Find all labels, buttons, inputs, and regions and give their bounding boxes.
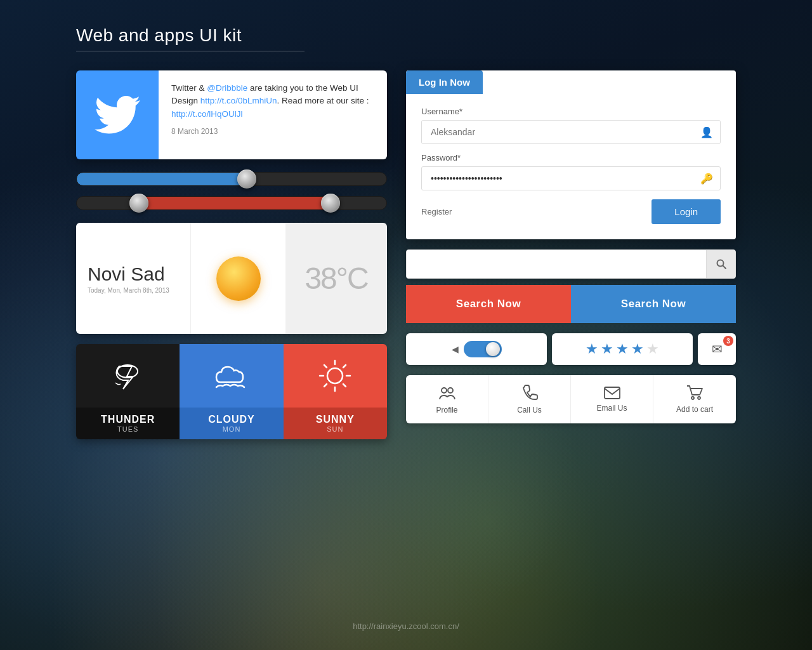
- user-icon: 👤: [700, 126, 713, 138]
- twitter-message: Twitter & @Dribbble are taking you to th…: [171, 82, 374, 121]
- cloud-icon: [213, 362, 251, 390]
- notification-widget[interactable]: ✉ 3: [698, 333, 736, 365]
- sun-icon-tile: [316, 357, 354, 395]
- weather-tile-sunny: SUNNY SUN: [284, 344, 387, 439]
- password-field-row: 🔑: [421, 166, 721, 190]
- search-section: Search Now Search Now: [406, 249, 736, 323]
- twitter-logo-area: [76, 70, 159, 159]
- slider-red[interactable]: [76, 196, 387, 210]
- left-column: Twitter & @Dribbble are taking you to th…: [76, 70, 387, 439]
- thunder-icon-area: [76, 344, 180, 408]
- twitter-bird-icon: [95, 96, 140, 134]
- email-us-button[interactable]: Email Us: [571, 375, 653, 423]
- footer-url[interactable]: http://rainxieyu.zcool.com.cn/: [353, 621, 459, 631]
- search-blue-button[interactable]: Search Now: [571, 285, 736, 323]
- svg-line-9: [324, 384, 327, 387]
- sunny-icon-area: [284, 344, 387, 408]
- svg-point-13: [448, 388, 453, 393]
- weather-city-area: Novi Sad Today, Mon, March 8th, 2013: [76, 223, 190, 334]
- twitter-date: 8 March 2013: [171, 127, 374, 136]
- search-input[interactable]: [407, 250, 706, 278]
- call-label: Call Us: [517, 406, 542, 415]
- star-3[interactable]: ★: [616, 341, 629, 357]
- username-input[interactable]: [421, 120, 721, 144]
- weather-widget: Novi Sad Today, Mon, March 8th, 2013 38°…: [76, 223, 387, 334]
- svg-line-6: [324, 365, 327, 368]
- svg-line-8: [343, 365, 346, 368]
- slider-red-right-thumb[interactable]: [321, 194, 340, 213]
- cloudy-label: CLOUDY MON: [180, 408, 283, 439]
- slider-blue[interactable]: [76, 172, 387, 186]
- cloudy-day: MON: [223, 425, 241, 433]
- login-button[interactable]: Login: [652, 199, 721, 224]
- slider-blue-thumb[interactable]: [237, 169, 256, 189]
- cloudy-name: CLOUDY: [208, 414, 255, 425]
- notification-badge: 3: [723, 336, 733, 346]
- username-field-row: 👤: [421, 120, 721, 144]
- thunder-day: TUES: [117, 425, 138, 433]
- page-title: Web and apps UI kit: [76, 25, 736, 46]
- key-icon: 🔑: [700, 173, 713, 185]
- weather-tile-thunder: THUNDER TUES: [76, 344, 180, 439]
- volume-widget: ◀: [406, 333, 547, 365]
- sunny-label: SUNNY SUN: [284, 408, 387, 439]
- twitter-card: Twitter & @Dribbble are taking you to th…: [76, 70, 387, 159]
- svg-rect-14: [605, 387, 620, 399]
- svg-point-1: [327, 368, 343, 383]
- slider-red-left-thumb[interactable]: [129, 194, 148, 213]
- login-card: Log In Now Username* 👤 Password* 🔑 Regis…: [406, 70, 736, 239]
- toggle-thumb: [486, 342, 500, 356]
- svg-point-16: [698, 397, 700, 399]
- password-input[interactable]: [421, 166, 721, 190]
- title-divider: [76, 51, 304, 51]
- weather-city-name: Novi Sad: [88, 263, 179, 284]
- svg-point-12: [442, 388, 447, 393]
- svg-point-15: [691, 397, 694, 399]
- username-label: Username*: [421, 107, 721, 116]
- svg-line-7: [343, 384, 346, 387]
- cart-label: Add to cart: [676, 405, 713, 414]
- weather-icon-area: [190, 223, 285, 334]
- profile-icon: [438, 384, 456, 402]
- weather-date: Today, Mon, March 8th, 2013: [88, 287, 179, 294]
- star-5[interactable]: ★: [646, 341, 659, 357]
- search-icon-button[interactable]: [706, 250, 735, 278]
- star-2[interactable]: ★: [601, 341, 613, 357]
- twitter-mention[interactable]: @Dribbble: [207, 83, 247, 93]
- search-red-button[interactable]: Search Now: [406, 285, 571, 323]
- login-tab[interactable]: Log In Now: [406, 70, 483, 94]
- login-footer: Register Login: [421, 199, 721, 224]
- login-body: Username* 👤 Password* 🔑 Register Login: [406, 94, 736, 239]
- search-input-row: [406, 249, 736, 279]
- profile-label: Profile: [436, 406, 457, 415]
- add-to-cart-button[interactable]: Add to cart: [653, 375, 736, 423]
- email-icon: ✉: [712, 342, 723, 357]
- thunder-name: THUNDER: [101, 414, 155, 425]
- star-1[interactable]: ★: [586, 341, 598, 357]
- stars-widget: ★ ★ ★ ★ ★: [552, 333, 693, 365]
- call-us-button[interactable]: Call Us: [488, 375, 571, 423]
- weather-tiles: THUNDER TUES CLOUDY MON: [76, 344, 387, 439]
- twitter-link2[interactable]: http://t.co/lHqOUlJl: [171, 109, 243, 119]
- sliders-section: [76, 169, 387, 213]
- email-icon-action: [603, 386, 621, 400]
- toggle-switch[interactable]: [464, 341, 502, 357]
- footer: http://rainxieyu.zcool.com.cn/: [0, 621, 812, 631]
- weather-tile-cloudy: CLOUDY MON: [180, 344, 283, 439]
- star-4[interactable]: ★: [631, 341, 644, 357]
- sunny-day: SUN: [327, 425, 343, 433]
- weather-temperature: 38°C: [304, 261, 367, 296]
- sun-icon: [216, 256, 261, 301]
- sunny-name: SUNNY: [316, 414, 355, 425]
- action-row: Profile Call Us Email Us: [406, 375, 736, 423]
- cloudy-icon-area: [180, 344, 283, 408]
- search-buttons: Search Now Search Now: [406, 285, 736, 323]
- thunder-label: THUNDER TUES: [76, 408, 180, 439]
- volume-icon: ◀: [452, 344, 459, 354]
- search-icon: [716, 259, 726, 269]
- password-label: Password*: [421, 153, 721, 162]
- twitter-link1[interactable]: http://t.co/0bLmhiUn: [200, 96, 277, 105]
- twitter-text-area: Twitter & @Dribbble are taking you to th…: [159, 70, 387, 159]
- profile-button[interactable]: Profile: [406, 375, 488, 423]
- register-link[interactable]: Register: [421, 207, 452, 216]
